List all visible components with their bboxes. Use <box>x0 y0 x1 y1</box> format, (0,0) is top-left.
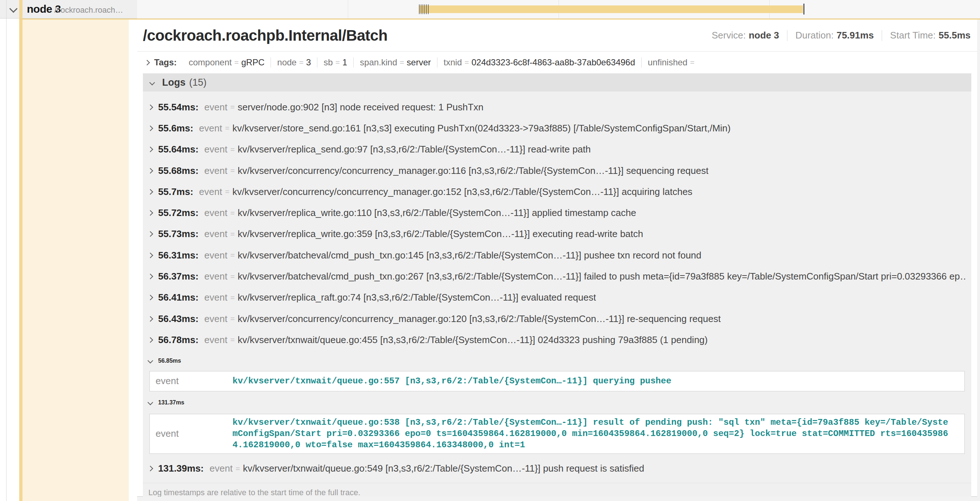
log-key: event <box>199 186 222 198</box>
chevron-right-icon[interactable] <box>148 231 153 237</box>
log-row[interactable]: 55.68ms: event = kv/kvserver/concurrency… <box>143 160 971 181</box>
log-key: event <box>210 463 233 474</box>
logs-body: 55.54ms: event = server/node.go:902 [n3]… <box>143 91 971 497</box>
tag-span-kind: span.kind = server <box>353 57 437 67</box>
log-key: event <box>204 313 228 325</box>
log-marker-tick <box>426 4 427 14</box>
log-timestamp: 55.72ms: <box>158 207 198 219</box>
log-equals: = <box>230 209 235 217</box>
log-equals: = <box>230 166 235 175</box>
duration-value: 75.91ms <box>836 30 874 41</box>
log-row[interactable]: 55.7ms: event = kv/kvserver/concurrency/… <box>143 181 971 202</box>
log-row[interactable]: 56.31ms: event = kv/kvserver/batcheval/c… <box>143 245 971 266</box>
service-value: node 3 <box>749 30 779 41</box>
start-time-value: 55.5ms <box>939 30 970 41</box>
log-row[interactable]: 55.72ms: event = kv/kvserver/replica_wri… <box>143 202 971 223</box>
meta-divider <box>882 30 882 41</box>
chevron-right-icon[interactable] <box>148 466 153 472</box>
tag-equals: = <box>336 58 340 67</box>
log-row[interactable]: 55.6ms: event = kv/kvserver/store_send.g… <box>143 118 971 139</box>
log-message: server/node.go:902 [n3] node received re… <box>237 102 484 113</box>
span-row-timeline[interactable]: 75.91ms <box>137 0 980 19</box>
logs-section: Logs (15) 55.54ms: event = server/node.g… <box>143 73 971 497</box>
log-marker-tick <box>428 4 429 14</box>
log-detail-table-row: event kv/kvserver/txnwait/queue.go:538 [… <box>150 414 965 454</box>
log-timestamp: 55.73ms: <box>158 228 198 239</box>
log-row[interactable]: 56.43ms: event = kv/kvserver/concurrency… <box>143 308 971 329</box>
log-message: kv/kvserver/batcheval/cmd_push_txn.go:14… <box>237 250 702 261</box>
logs-title: Logs <box>162 77 186 88</box>
chevron-right-icon[interactable] <box>148 274 153 279</box>
log-detail-table-row: event kv/kvserver/txnwait/queue.go:557 [… <box>150 371 965 391</box>
chevron-down-icon[interactable] <box>148 358 153 364</box>
log-row[interactable]: 56.41ms: event = kv/kvserver/replica_raf… <box>143 287 971 308</box>
log-row[interactable]: 56.37ms: event = kv/kvserver/batcheval/c… <box>143 266 971 287</box>
log-message: kv/kvserver/txnwait/queue.go:549 [n3,s3,… <box>243 463 644 474</box>
span-duration-bar[interactable] <box>419 5 803 13</box>
log-message: kv/kvserver/replica_raft.go:74 [n3,s3,r6… <box>237 292 596 303</box>
tags-label: Tags: <box>154 57 177 67</box>
tag-value: gRPC <box>241 57 264 67</box>
log-timestamp: 55.7ms: <box>158 186 193 198</box>
chevron-right-icon[interactable] <box>148 104 153 110</box>
span-detail-indent-band <box>22 19 129 501</box>
log-key: event <box>204 334 228 346</box>
tag-component: component = gRPC <box>183 57 270 67</box>
gutter-divider <box>6 0 6 501</box>
tag-equals: = <box>299 58 304 67</box>
log-key: event <box>204 250 228 261</box>
tag-equals: = <box>690 58 694 67</box>
log-equals: = <box>225 187 229 196</box>
collapse-span-chevron-down-icon[interactable] <box>10 5 18 13</box>
chevron-right-icon[interactable] <box>148 126 153 131</box>
timeline-gridline <box>348 0 348 19</box>
span-color-accent-strip <box>19 0 22 501</box>
chevron-right-icon[interactable] <box>148 337 153 343</box>
log-message: kv/kvserver/replica_write.go:110 [n3,s3,… <box>237 207 636 219</box>
log-row[interactable]: 55.64ms: event = kv/kvserver/replica_sen… <box>143 139 971 160</box>
log-marker-tick <box>421 4 422 14</box>
log-marker-tick <box>419 4 420 14</box>
duration-label: Duration: <box>795 30 834 41</box>
span-detail-card: /cockroach.roachpb.Internal/Batch Servic… <box>137 19 977 497</box>
chevron-right-icon[interactable] <box>148 295 153 301</box>
logs-section-header[interactable]: Logs (15) <box>143 73 971 91</box>
log-key: event <box>204 292 228 303</box>
log-row-expanded-header[interactable]: 56.85ms <box>143 351 971 371</box>
chevron-right-icon[interactable] <box>144 59 150 65</box>
log-row[interactable]: 131.39ms: event = kv/kvserver/txnwait/qu… <box>143 458 971 479</box>
service-label: Service: <box>712 30 746 41</box>
chevron-right-icon[interactable] <box>148 147 153 153</box>
log-key: event <box>204 144 228 155</box>
tag-unfinished: unfinished = <box>641 57 703 67</box>
tags-toggle-row[interactable]: Tags: component = gRPC node = 3 sb = 1 <box>137 51 977 73</box>
chevron-right-icon[interactable] <box>148 252 153 258</box>
chevron-right-icon[interactable] <box>148 168 153 174</box>
log-equals: = <box>225 124 229 132</box>
log-row-expanded-header[interactable]: 131.37ms <box>143 391 971 414</box>
log-key: event <box>204 228 228 239</box>
tag-key: node <box>277 57 296 67</box>
log-detail-key: event <box>150 428 232 439</box>
log-row[interactable]: 55.73ms: event = kv/kvserver/replica_wri… <box>143 223 971 245</box>
chevron-right-icon[interactable] <box>148 316 153 322</box>
tag-txnid: txnid = 024d3323-6c8f-4863-aa8b-37ab0e63… <box>437 57 641 67</box>
chevron-down-icon[interactable] <box>148 400 153 405</box>
chevron-right-icon[interactable] <box>148 210 153 216</box>
log-row[interactable]: 55.54ms: event = server/node.go:902 [n3]… <box>143 97 971 118</box>
tag-equals: = <box>234 58 239 67</box>
tag-sb: sb = 1 <box>317 57 353 67</box>
log-equals: = <box>230 272 235 281</box>
span-operation-title: /cockroach.roachpb.Internal/Batch <box>143 27 387 44</box>
log-key: event <box>204 271 228 282</box>
start-time-label: Start Time: <box>890 30 936 41</box>
chevron-right-icon[interactable] <box>148 189 153 195</box>
log-timestamp: 56.78ms: <box>158 334 198 346</box>
log-key: event <box>199 123 222 134</box>
log-marker-tick <box>423 4 423 14</box>
log-message: kv/kvserver/txnwait/queue.go:455 [n3,s3,… <box>237 334 708 346</box>
log-key: event <box>204 165 228 176</box>
chevron-down-icon[interactable] <box>150 80 155 85</box>
tag-key: span.kind <box>360 57 397 67</box>
log-row[interactable]: 56.78ms: event = kv/kvserver/txnwait/que… <box>143 329 971 350</box>
